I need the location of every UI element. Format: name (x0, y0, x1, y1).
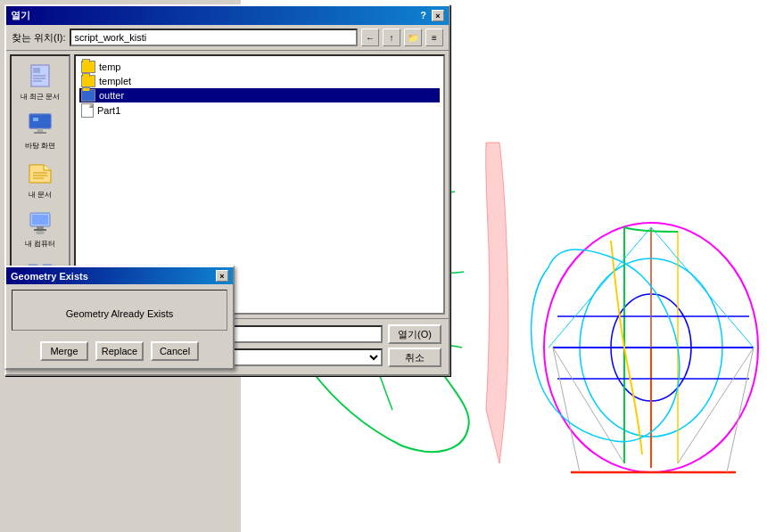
svg-rect-19 (33, 68, 40, 73)
close-button[interactable]: × (432, 10, 444, 21)
file-name: templet (99, 76, 131, 86)
up-button[interactable]: ↑ (383, 29, 400, 46)
svg-rect-32 (32, 215, 48, 225)
list-item-selected[interactable]: outter (79, 88, 440, 102)
open-button-group: 열기(O) (388, 324, 441, 344)
list-item[interactable]: templet (79, 74, 440, 88)
cancel-button-group: 취소 (388, 348, 441, 367)
folder-icon (81, 61, 95, 73)
svg-rect-27 (33, 118, 38, 121)
open-button[interactable]: 열기(O) (388, 324, 441, 344)
folder-icon (81, 75, 95, 87)
desktop-icon (26, 110, 54, 139)
view-button[interactable]: ≡ (425, 29, 443, 46)
svg-rect-23 (29, 114, 51, 128)
geo-close-button[interactable]: × (216, 270, 228, 282)
desktop-label: 바탕 화면 (25, 141, 55, 151)
file-name: temp (99, 61, 120, 72)
help-button[interactable]: ? (420, 10, 426, 21)
back-button[interactable]: ← (361, 29, 379, 46)
location-input[interactable] (70, 29, 359, 46)
replace-button[interactable]: Replace (95, 341, 144, 361)
file-icon (81, 103, 94, 118)
my-docs-label: 내 문서 (29, 190, 52, 200)
recent-docs-label: 내 최근 문서 (21, 92, 60, 102)
sidebar-my-docs[interactable]: 내 문서 (12, 156, 69, 203)
location-label: 찾는 위치(I): (12, 31, 66, 45)
my-computer-icon (26, 209, 54, 237)
sidebar-desktop[interactable]: 바탕 화면 (12, 107, 69, 154)
geo-dialog-buttons: Merge Replace Cancel (6, 336, 233, 368)
cancel-button[interactable]: 취소 (388, 348, 441, 367)
sidebar-recent[interactable]: 내 최근 문서 (12, 58, 69, 105)
file-dialog-title: 열기 (11, 9, 30, 22)
file-dialog-titlebar: 열기 ? × (6, 6, 449, 25)
file-name: outter (99, 90, 124, 101)
svg-rect-33 (37, 226, 44, 229)
svg-point-35 (36, 231, 45, 234)
my-computer-label: 내 컴퓨터 (25, 239, 55, 249)
recent-docs-icon (26, 61, 54, 90)
merge-button[interactable]: Merge (40, 341, 88, 361)
geo-cancel-button[interactable]: Cancel (151, 341, 199, 361)
geo-dialog-message: Geometry Already Exists (12, 290, 227, 331)
list-item[interactable]: temp (79, 60, 440, 74)
svg-rect-34 (34, 229, 46, 231)
geo-already-exists-text: Geometry Already Exists (66, 308, 173, 319)
new-folder-button[interactable]: 📁 (404, 29, 422, 46)
svg-rect-25 (37, 128, 43, 132)
geometry-exists-dialog: Geometry Exists × Geometry Already Exist… (4, 266, 235, 370)
svg-rect-26 (34, 132, 46, 134)
dialog-toolbar: 찾는 위치(I): ← ↑ 📁 ≡ (6, 25, 449, 51)
list-item[interactable]: Part1 (79, 102, 440, 119)
my-docs-icon (26, 160, 54, 188)
geo-dialog-title: Geometry Exists (11, 271, 88, 282)
sidebar-my-computer[interactable]: 내 컴퓨터 (12, 205, 69, 252)
geo-dialog-titlebar: Geometry Exists × (6, 267, 233, 284)
titlebar-buttons: ? × (420, 10, 444, 21)
folder-icon-selected (81, 89, 95, 102)
file-name: Part1 (97, 105, 120, 116)
